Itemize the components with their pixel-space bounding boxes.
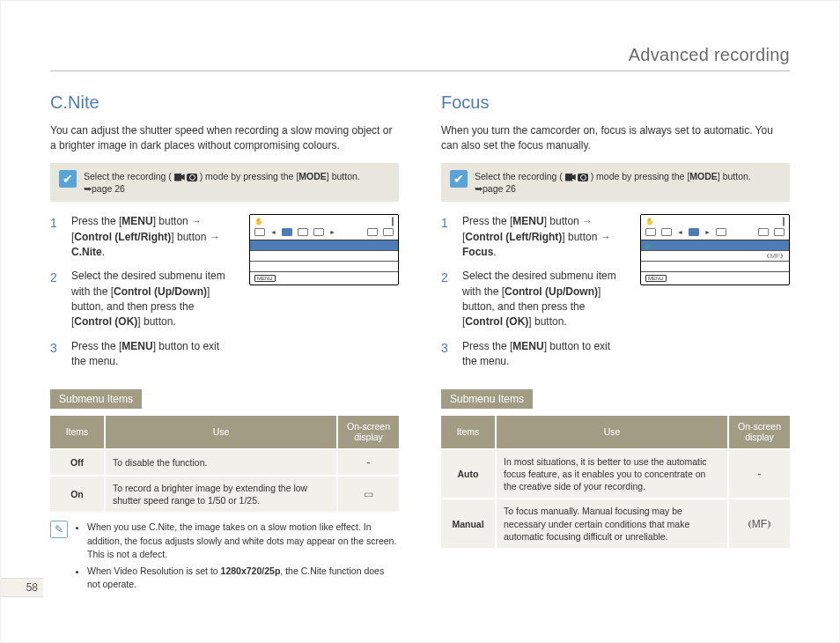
lcd-row: ⟬MF⟭ [641,251,789,262]
column-cnite: C.Nite You can adjust the shutter speed … [50,92,399,595]
th-items: Items [441,416,496,449]
table-row: ManualTo focus manually. Manual focusing… [441,499,790,548]
battery-icon [392,217,394,226]
steps-with-lcd: 1Press the [MENU] button → [Control (Lef… [50,214,399,379]
th-use: Use [496,416,728,449]
lcd-tab-icon [254,228,265,236]
step-text: Press the [MENU] button to exit the menu… [462,339,626,370]
lcd-menu-button-icon: MENU [254,275,276,282]
submenu-items-label: Submenu Items [50,389,142,409]
notes-block: ✎ When you use C.Nite, the image takes o… [50,521,399,595]
step-text: Select the desired submenu item with the… [462,269,626,330]
section-intro-cnite: You can adjust the shutter speed when re… [50,123,399,154]
video-icon [565,174,576,181]
submenu-items-label: Submenu Items [441,389,533,409]
column-focus: Focus When you turn the camcorder on, fo… [441,92,790,595]
cell-osd: - [337,449,399,476]
lcd-submenu-list [250,240,398,272]
lcd-tab-icon [383,228,394,236]
section-heading-focus: Focus [441,92,790,113]
cell-osd: ⟬MF⟭ [728,499,790,548]
cell-use: To record a brighter image by extending … [105,476,337,512]
step-text: Press the [MENU] button → [Control (Left… [462,214,626,260]
page-number: 58 [1,578,43,597]
table-row: OnTo record a brighter image by extendin… [50,476,399,512]
cell-osd: - [728,449,790,499]
mode-hint-text: Select the recording ( ) mode by pressin… [84,170,390,195]
th-osd: On-screen display [728,416,790,449]
th-items: Items [50,416,105,449]
lcd-row [641,262,789,272]
step-number: 3 [441,339,453,370]
manual-page: 58 Advanced recording C.Nite You can adj… [0,0,840,643]
recording-mode-icons [174,174,197,181]
mode-hint-box: ✔ Select the recording ( ) mode by press… [441,163,790,202]
cell-use: To focus manually. Manual focusing may b… [496,499,728,548]
note-icon: ✎ [50,521,68,538]
cell-use: To disable the function. [105,449,337,476]
lcd-tab-selected-icon [689,228,699,236]
th-use: Use [105,416,337,449]
steps-list-focus: 1Press the [MENU] button → [Control (Lef… [441,214,626,370]
step-item: 2Select the desired submenu item with th… [441,269,626,330]
step-text: Press the [MENU] button to exit the menu… [71,339,235,370]
step-text: Select the desired submenu item with the… [71,269,235,330]
photo-icon [578,174,588,181]
lcd-preview-focus: ✋ ◄ ► ✔ ⟬MF⟭ [640,214,790,285]
hand-icon: ✋ [645,218,654,225]
lcd-menu-button-icon: MENU [645,275,667,282]
chapter-title: Advanced recording [50,45,790,71]
submenu-table-focus: Items Use On-screen display AutoIn most … [441,416,790,548]
th-osd: On-screen display [337,416,399,449]
check-icon: ✔ [59,170,77,188]
table-row: AutoIn most situations, it is better to … [441,449,790,499]
step-item: 1Press the [MENU] button → [Control (Lef… [50,214,235,260]
cell-item: Auto [441,449,496,499]
table-row: OffTo disable the function.- [50,449,399,476]
lcd-row [250,262,398,272]
step-number: 2 [50,269,63,330]
section-heading-cnite: C.Nite [50,92,399,113]
step-number: 3 [50,339,63,370]
video-icon [174,174,185,181]
lcd-row-selected [250,240,398,251]
recording-mode-icons [565,174,588,181]
section-intro-focus: When you turn the camcorder on, focus is… [441,123,790,154]
steps-list-cnite: 1Press the [MENU] button → [Control (Lef… [50,214,235,370]
lcd-tab-icon [645,228,656,236]
mode-hint-text: Select the recording ( ) mode by pressin… [475,170,781,195]
two-column-layout: C.Nite You can adjust the shutter speed … [50,92,790,595]
lcd-tab-icon [367,228,378,236]
cell-item: On [50,476,105,512]
lcd-tab-icon [661,228,672,236]
lcd-tab-icon [313,228,324,236]
step-item: 1Press the [MENU] button → [Control (Lef… [441,214,626,260]
lcd-preview-cnite: ✋ ◄ ► [249,214,399,285]
hand-icon: ✋ [254,218,263,225]
step-text: Press the [MENU] button → [Control (Left… [71,214,235,260]
step-item: 3Press the [MENU] button to exit the men… [441,339,626,370]
lcd-tab-icon [774,228,785,236]
lcd-tab-icon [758,228,769,236]
check-icon: ✔ [450,170,468,188]
note-item: When you use C.Nite, the image takes on … [87,521,399,561]
note-item: When Video Resolution is set to 1280x720… [87,565,399,591]
step-item: 2Select the desired submenu item with th… [50,269,235,330]
step-number: 1 [50,214,63,260]
lcd-tab-selected-icon [282,228,292,236]
step-number: 2 [441,269,453,330]
notes-list: When you use C.Nite, the image takes on … [75,521,399,595]
submenu-table-cnite: Items Use On-screen display OffTo disabl… [50,416,399,513]
step-item: 3Press the [MENU] button to exit the men… [50,339,235,370]
photo-icon [187,174,197,181]
cell-osd: ▭ [337,476,399,512]
battery-icon [783,217,785,226]
lcd-tab-icon [298,228,308,236]
lcd-row-selected: ✔ [641,240,789,251]
cell-item: Manual [441,499,496,548]
lcd-tab-icon [716,228,726,236]
mode-hint-box: ✔ Select the recording ( ) mode by press… [50,163,399,202]
steps-with-lcd: 1Press the [MENU] button → [Control (Lef… [441,214,790,379]
lcd-submenu-list: ✔ ⟬MF⟭ [641,240,789,272]
cell-item: Off [50,449,105,476]
